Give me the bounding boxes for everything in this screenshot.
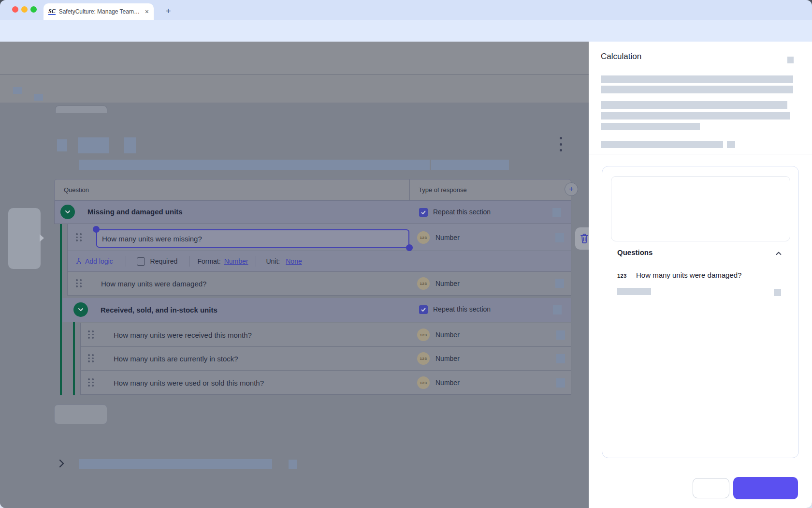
expand-navigator-chevron-icon[interactable] <box>40 234 44 242</box>
collapsed-section-chevron-icon[interactable] <box>57 458 66 471</box>
unit-value-link[interactable]: None <box>286 257 302 265</box>
collapsed-section-skeleton <box>79 459 272 469</box>
number-type-icon: 123 <box>417 277 430 290</box>
row-action-skeleton <box>553 305 562 314</box>
canvas-skeleton-icon-2 <box>78 137 109 153</box>
panel-title: Calculation <box>601 50 641 63</box>
window-zoom-button[interactable] <box>30 6 37 13</box>
row-action-skeleton <box>556 354 565 363</box>
column-header-type: Type of response <box>419 179 467 200</box>
panel-skeleton-line <box>601 86 793 93</box>
number-type-icon: 123 <box>417 376 430 389</box>
tab-strip: SC SafetyCulture: Manage Teams and... × … <box>0 0 812 20</box>
chevron-up-icon[interactable] <box>775 250 783 259</box>
drag-handle-icon[interactable] <box>76 233 82 241</box>
question-text[interactable]: How many units were damaged? <box>101 280 206 288</box>
response-type-label[interactable]: Number <box>435 234 460 241</box>
question-text[interactable]: How many units were used or sold this mo… <box>114 379 264 387</box>
question-item-skeleton <box>617 288 651 295</box>
panel-skeleton-line <box>601 112 790 120</box>
logic-branch-icon <box>75 258 82 265</box>
add-logic-button[interactable]: Add logic <box>75 257 113 265</box>
browser-toolbar: https://app.safetyculture.com/template-e… <box>0 20 812 42</box>
section-2-indent-line <box>73 322 75 395</box>
response-type-label[interactable]: Number <box>435 280 460 287</box>
question-text[interactable]: How many units are currently in stock? <box>114 355 238 363</box>
questions-accordion-header[interactable]: Questions <box>617 247 652 258</box>
section-title[interactable]: Missing and damaged units <box>87 208 183 216</box>
delete-question-icon[interactable] <box>580 233 589 244</box>
section-title[interactable]: Received, sold, and in-stock units <box>101 306 218 314</box>
repeat-section-checkbox[interactable] <box>419 305 428 314</box>
editor-toolbar <box>0 75 589 103</box>
app-header: Stock & Inventory Check Build template <box>0 42 589 74</box>
window-close-button[interactable] <box>12 6 18 13</box>
formula-input-area[interactable] <box>611 176 790 241</box>
section-menu-kebab-icon[interactable] <box>557 137 564 151</box>
tab-title: SafetyCulture: Manage Teams and... <box>59 8 142 15</box>
section-row-2[interactable]: Received, sold, and in-stock units Repea… <box>62 298 571 322</box>
drag-handle-icon[interactable] <box>76 279 82 287</box>
section-collapse-chevron-icon[interactable] <box>60 205 75 219</box>
repeat-section-checkbox[interactable] <box>419 208 428 217</box>
section-row-1[interactable]: Missing and damaged units Repeat this se… <box>54 201 571 224</box>
drag-handle-icon[interactable] <box>88 378 94 387</box>
add-question-skeleton-button[interactable] <box>54 404 107 424</box>
row-action-skeleton <box>555 233 564 242</box>
canvas-skeleton-icon-1 <box>57 139 67 151</box>
add-row-plus-button[interactable]: + <box>565 182 578 196</box>
row-action-skeleton <box>552 208 561 217</box>
question-row[interactable]: How many units were damaged? 123 Number <box>67 272 571 296</box>
section-title-skeleton <box>79 160 430 170</box>
question-text[interactable]: How many units were received this month? <box>114 331 252 339</box>
question-row-selected[interactable]: How many units were missing? 123 Number <box>67 224 571 251</box>
question-options-bar: Add logic Required Format: Number Unit: … <box>67 251 571 272</box>
row-action-skeleton <box>555 279 564 288</box>
new-tab-button[interactable]: + <box>162 5 174 17</box>
toolbar-skeleton-2 <box>34 94 43 101</box>
page-tab-skeleton <box>55 105 107 113</box>
selection-handle-top[interactable] <box>93 226 100 233</box>
table-header-row: Question Type of response <box>54 179 571 201</box>
column-header-question: Question <box>64 179 89 200</box>
cancel-button[interactable] <box>693 478 729 498</box>
number-type-icon: 123 <box>417 329 430 341</box>
browser-window: SC SafetyCulture: Manage Teams and... × … <box>0 0 812 508</box>
response-type-label[interactable]: Number <box>435 379 460 387</box>
toolbar-skeleton-1 <box>13 87 22 94</box>
question-row[interactable]: How many units are currently in stock? 1… <box>80 347 571 371</box>
browser-tab[interactable]: SC SafetyCulture: Manage Teams and... × <box>44 3 154 20</box>
canvas-skeleton-icon-3 <box>124 137 136 153</box>
panel-skeleton-square <box>727 141 735 148</box>
panel-skeleton-line <box>601 141 723 148</box>
question-item-label[interactable]: How many units were damaged? <box>636 271 741 279</box>
number-type-icon: 123 <box>417 352 430 365</box>
panel-close-skeleton[interactable] <box>787 57 794 63</box>
tab-close-icon[interactable]: × <box>145 8 149 15</box>
row-action-skeleton <box>556 330 565 340</box>
page-navigator-card[interactable] <box>8 208 41 269</box>
question-row[interactable]: How many units were received this month?… <box>80 323 571 347</box>
question-text-input[interactable]: How many units were missing? <box>96 229 409 248</box>
response-type-label[interactable]: Number <box>435 355 460 362</box>
number-type-icon: 123 <box>417 231 430 244</box>
panel-skeleton-line <box>601 101 787 109</box>
row-action-skeleton <box>556 378 565 388</box>
drag-handle-icon[interactable] <box>88 354 94 362</box>
question-row[interactable]: How many units were used or sold this mo… <box>80 371 571 395</box>
question-item-number-icon: 123 <box>617 273 627 279</box>
question-item-skeleton-square <box>774 289 781 296</box>
collapsed-section-skeleton-2 <box>289 460 297 469</box>
question-text: How many units were missing? <box>102 235 202 243</box>
response-type-label[interactable]: Number <box>435 331 460 339</box>
panel-skeleton-line <box>601 123 700 130</box>
panel-divider <box>589 154 812 154</box>
repeat-section-label: Repeat this section <box>433 305 491 313</box>
save-button[interactable] <box>733 477 798 499</box>
window-minimize-button[interactable] <box>21 6 28 13</box>
format-value-link[interactable]: Number <box>224 257 248 265</box>
drag-handle-icon[interactable] <box>88 330 94 339</box>
required-checkbox[interactable] <box>137 257 145 266</box>
selection-handle-bottom[interactable] <box>406 244 413 251</box>
section-collapse-chevron-icon[interactable] <box>73 302 88 317</box>
